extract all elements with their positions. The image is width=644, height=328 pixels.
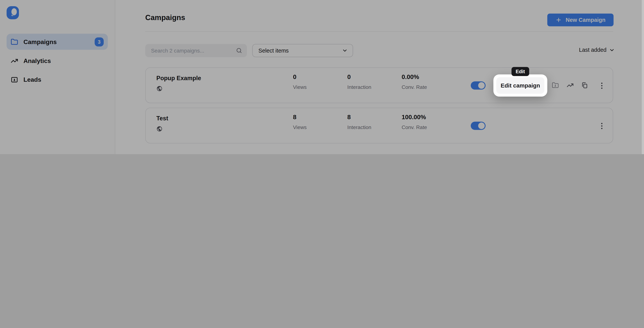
- edit-tooltip: Edit: [512, 67, 529, 76]
- app-window: Campaigns 3 Analytics Leads: [0, 0, 644, 154]
- edit-campaign-button[interactable]: Edit campaign: [496, 77, 544, 94]
- vertical-scrollbar[interactable]: [642, 0, 644, 154]
- tour-highlight: Edit campaign: [493, 74, 547, 97]
- scale-wrapper: Campaigns 3 Analytics Leads: [0, 0, 644, 154]
